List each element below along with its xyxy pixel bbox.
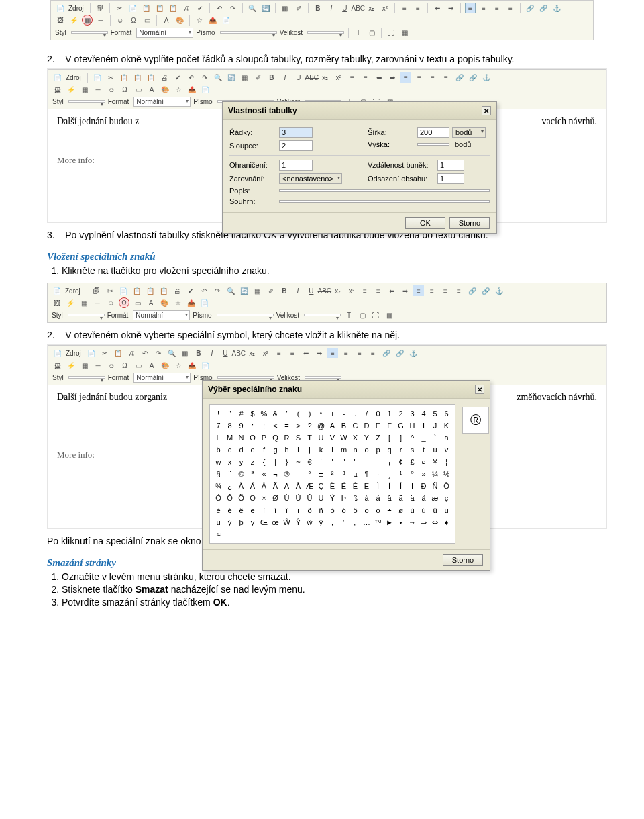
char-cell[interactable]: ³	[338, 468, 350, 480]
source-icon[interactable]: 📄	[52, 348, 63, 358]
char-cell[interactable]: #	[235, 407, 247, 420]
char-cell[interactable]: Y	[361, 432, 372, 444]
bgcolor-icon[interactable]: 🎨	[160, 360, 170, 371]
paste-icon[interactable]: 📋	[131, 285, 142, 296]
italic-icon[interactable]: I	[207, 348, 217, 358]
export-icon[interactable]: 📤	[186, 297, 197, 308]
char-cell[interactable]: ª	[247, 468, 258, 480]
indent-icon[interactable]: ➡	[445, 3, 456, 13]
char-cell[interactable]: æ	[429, 492, 441, 504]
paste-text-icon[interactable]: 📋	[154, 3, 165, 13]
char-cell[interactable]: õ	[361, 504, 372, 516]
char-cell[interactable]: Ó	[213, 492, 224, 504]
format-select[interactable]: Normální	[133, 97, 191, 107]
ol-icon[interactable]: ≡	[360, 285, 370, 296]
print-icon[interactable]: 🖨	[159, 72, 170, 83]
char-cell[interactable]: Q	[270, 432, 281, 444]
align-select[interactable]: <nenastaveno>	[279, 173, 342, 184]
select-all-icon[interactable]: ▦	[239, 72, 250, 83]
textcolor-icon[interactable]: A	[146, 360, 157, 371]
char-cell[interactable]: ò	[327, 504, 338, 516]
char-cell[interactable]: :	[247, 420, 258, 432]
bold-icon[interactable]: B	[193, 348, 204, 358]
templates-icon[interactable]: 🗐	[95, 3, 105, 13]
char-cell[interactable]: c	[224, 444, 235, 456]
anchor-icon[interactable]: ⚓	[408, 348, 419, 358]
char-cell[interactable]: }	[281, 456, 292, 468]
align-justify-icon[interactable]: ≡	[453, 285, 464, 296]
image-icon[interactable]: 🖼	[52, 297, 62, 308]
char-cell[interactable]: Ç	[315, 480, 327, 492]
char-cell[interactable]: k	[315, 444, 327, 456]
char-cell[interactable]: S	[292, 432, 304, 444]
char-cell[interactable]: ¥	[429, 456, 441, 468]
char-cell[interactable]: F	[384, 420, 395, 432]
copy-icon[interactable]: 📄	[118, 285, 129, 296]
char-cell[interactable]: +	[327, 407, 338, 420]
italic-icon[interactable]: I	[326, 3, 337, 13]
paste-word-icon[interactable]: 📋	[158, 285, 169, 296]
char-cell[interactable]: á	[372, 492, 384, 504]
align-right-icon[interactable]: ≡	[427, 72, 438, 83]
char-cell[interactable]: 0	[372, 407, 384, 420]
char-cell[interactable]: ë	[247, 504, 258, 516]
templates-icon[interactable]: 🗐	[91, 285, 102, 296]
char-cell[interactable]: ®	[281, 468, 292, 480]
char-cell[interactable]: I	[418, 420, 429, 432]
char-cell[interactable]: C	[350, 420, 361, 432]
hr-icon[interactable]: ─	[93, 84, 103, 95]
char-cell[interactable]: h	[281, 444, 292, 456]
char-cell[interactable]: r	[395, 444, 407, 456]
char-cell[interactable]: ½	[441, 468, 452, 480]
char-cell[interactable]: Ú	[292, 492, 304, 504]
char-cell[interactable]: å	[418, 492, 429, 504]
char-cell[interactable]: ì	[258, 504, 270, 516]
char-cell[interactable]: →	[407, 516, 418, 528]
char-cell[interactable]: '	[315, 456, 327, 468]
print-icon[interactable]: 🖨	[126, 348, 137, 358]
remove-format-icon[interactable]: ✐	[266, 285, 276, 296]
char-cell[interactable]: ¾	[213, 480, 224, 492]
subscript-icon[interactable]: x₂	[366, 3, 377, 13]
bgcolor-icon[interactable]: 🎨	[159, 297, 170, 308]
char-cell[interactable]: b	[213, 444, 224, 456]
char-cell[interactable]: X	[350, 432, 361, 444]
char-cell[interactable]: a	[441, 432, 452, 444]
flash-icon[interactable]: ⚡	[65, 297, 76, 308]
char-cell[interactable]: è	[213, 504, 224, 516]
char-cell[interactable]: 6	[441, 407, 452, 420]
char-cell[interactable]: Ê	[350, 480, 361, 492]
copy-icon[interactable]: 📄	[92, 72, 103, 83]
char-cell[interactable]: (	[292, 407, 304, 420]
char-cell[interactable]: ê	[235, 504, 247, 516]
cancel-button[interactable]: Storno	[449, 217, 490, 229]
outdent-icon[interactable]: ⬅	[432, 3, 443, 13]
char-cell[interactable]: u	[429, 444, 441, 456]
page-icon[interactable]: 📄	[200, 84, 211, 95]
cut-icon[interactable]: ✂	[114, 3, 125, 13]
format-select[interactable]: Normální	[133, 310, 190, 320]
char-cell[interactable]: z	[247, 456, 258, 468]
char-cell[interactable]: â	[384, 492, 395, 504]
char-cell[interactable]: „	[350, 516, 361, 528]
replace-icon[interactable]: 🔄	[226, 72, 237, 83]
char-cell[interactable]: ö	[372, 504, 384, 516]
char-cell[interactable]: ™	[372, 516, 384, 528]
char-cell[interactable]: ¤	[418, 456, 429, 468]
char-cell[interactable]: ‛	[338, 516, 350, 528]
char-cell[interactable]: Z	[372, 432, 384, 444]
replace-icon[interactable]: 🔄	[239, 285, 250, 296]
unlink-icon[interactable]: 🔗	[480, 285, 491, 296]
char-cell[interactable]: U	[315, 432, 327, 444]
char-cell[interactable]: y	[235, 456, 247, 468]
char-cell[interactable]: ÿ	[247, 516, 258, 528]
redo-icon[interactable]: ↷	[199, 72, 210, 83]
char-cell[interactable]: '	[327, 456, 338, 468]
flash-icon[interactable]: ⚡	[66, 84, 76, 95]
paste-word-icon[interactable]: 📋	[146, 72, 156, 83]
redo-icon[interactable]: ↷	[153, 348, 164, 358]
special-char-icon[interactable]: Ω	[128, 15, 139, 26]
char-cell[interactable]: Ä	[281, 480, 292, 492]
char-cell[interactable]: €	[304, 456, 315, 468]
paste-icon[interactable]: 📋	[119, 72, 129, 83]
